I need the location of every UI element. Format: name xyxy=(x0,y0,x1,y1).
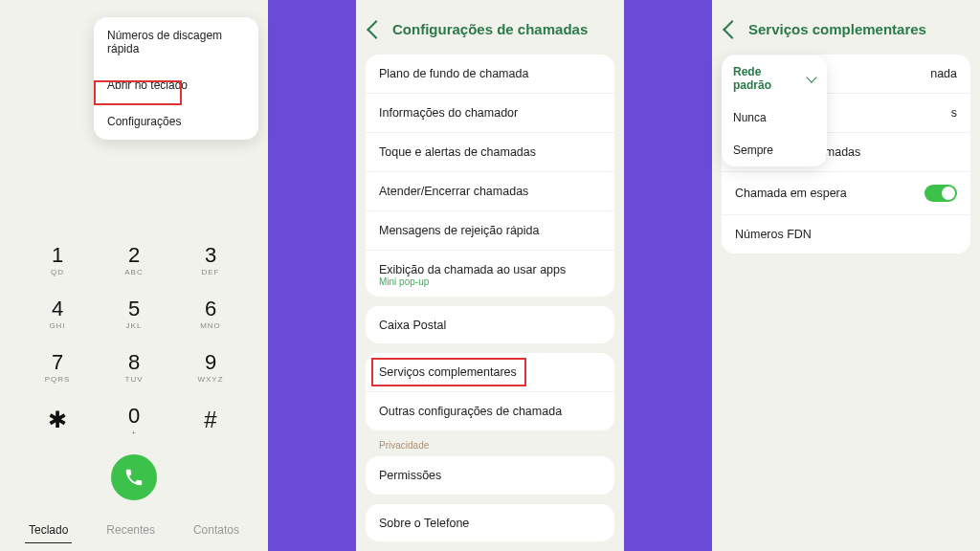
toggle-call-waiting[interactable] xyxy=(924,185,957,202)
tab-keypad[interactable]: Teclado xyxy=(25,518,72,543)
tab-contacts[interactable]: Contatos xyxy=(189,518,243,543)
key-1[interactable]: 1QD xyxy=(19,232,96,286)
phone-icon xyxy=(123,467,145,488)
settings-group-5: Sobre o Telefone xyxy=(366,504,614,541)
overflow-menu: Números de discagem rápida Abrir no tecl… xyxy=(94,17,258,140)
divider xyxy=(624,0,712,551)
row-caller-info[interactable]: Informações do chamador xyxy=(366,94,614,133)
row-call-waiting[interactable]: Chamada em espera xyxy=(722,172,970,215)
row-permissions[interactable]: Permissões xyxy=(366,456,614,494)
row-about-phone[interactable]: Sobre o Telefone xyxy=(366,504,614,541)
dialer-screen: Números de discagem rápida Abrir no tecl… xyxy=(0,0,268,551)
divider xyxy=(268,0,356,551)
bottom-tabs: Teclado Recentes Contatos xyxy=(0,518,268,543)
menu-settings[interactable]: Configurações xyxy=(94,103,258,140)
page-title: Configurações de chamadas xyxy=(392,21,588,37)
row-other-settings[interactable]: Outras configurações de chamada xyxy=(366,392,614,430)
settings-group-3: Serviços complementares Outras configura… xyxy=(366,353,614,430)
popup-option-always[interactable]: Sempre xyxy=(722,134,827,166)
highlight-box xyxy=(94,80,182,105)
settings-group-4: Permissões xyxy=(366,456,614,494)
key-3[interactable]: 3DEF xyxy=(172,232,249,286)
tab-recents[interactable]: Recentes xyxy=(102,518,159,543)
header: Serviços complementares xyxy=(722,21,970,37)
key-4[interactable]: 4GHI xyxy=(19,286,96,340)
header: Configurações de chamadas xyxy=(366,21,614,37)
back-icon[interactable] xyxy=(367,20,386,39)
key-hash[interactable]: # xyxy=(172,393,249,447)
popup-header[interactable]: Rede padrão xyxy=(722,55,827,101)
key-0[interactable]: 0+ xyxy=(96,393,172,447)
row-ringtones[interactable]: Toque e alertas de chamadas xyxy=(366,133,614,172)
row-answer-end[interactable]: Atender/Encerrar chamadas xyxy=(366,172,614,211)
network-popup: Rede padrão Nunca Sempre xyxy=(722,55,827,166)
row-quick-decline[interactable]: Mensagens de rejeição rápida xyxy=(366,211,614,251)
key-2[interactable]: 2ABC xyxy=(96,232,172,286)
settings-group-2: Caixa Postal xyxy=(366,306,614,343)
call-settings-screen: Configurações de chamadas Plano de fundo… xyxy=(356,0,624,551)
row-voicemail[interactable]: Caixa Postal xyxy=(366,306,614,343)
row-call-display[interactable]: Exibição da chamada ao usar apps Mini po… xyxy=(366,251,614,297)
highlight-box xyxy=(371,358,526,386)
row-fdn[interactable]: Números FDN xyxy=(722,215,970,253)
keypad-grid: 1QD 2ABC 3DEF 4GHI 5JKL 6MNO 7PQRS 8TUV … xyxy=(0,232,268,447)
back-icon[interactable] xyxy=(723,20,742,39)
keypad-area: 1QD 2ABC 3DEF 4GHI 5JKL 6MNO 7PQRS 8TUV … xyxy=(0,232,268,551)
settings-group-1: Plano de fundo de chamada Informações do… xyxy=(366,55,614,297)
menu-speed-dial[interactable]: Números de discagem rápida xyxy=(94,17,258,67)
key-7[interactable]: 7PQRS xyxy=(19,340,96,393)
section-privacy-label: Privacidade xyxy=(366,440,614,456)
page-title: Serviços complementares xyxy=(748,21,926,37)
key-8[interactable]: 8TUV xyxy=(96,340,172,393)
row-call-background[interactable]: Plano de fundo de chamada xyxy=(366,55,614,94)
key-9[interactable]: 9WXYZ xyxy=(172,340,249,393)
chevron-down-icon xyxy=(806,72,816,82)
key-6[interactable]: 6MNO xyxy=(172,286,249,340)
popup-option-never[interactable]: Nunca xyxy=(722,101,827,134)
supplementary-screen: Serviços complementares nada s Restrição… xyxy=(712,0,980,551)
call-button[interactable] xyxy=(111,454,157,500)
key-5[interactable]: 5JKL xyxy=(96,286,172,340)
key-star[interactable]: ✱ xyxy=(19,393,96,447)
